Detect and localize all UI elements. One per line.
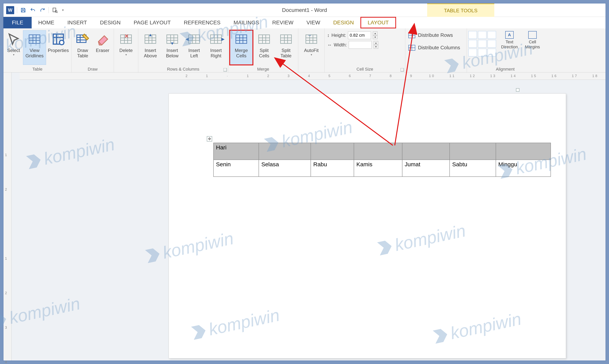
tab-references[interactable]: REFERENCES — [177, 17, 227, 28]
table-cell[interactable]: Jumat — [402, 160, 450, 177]
qat-customize-icon[interactable]: ▾ — [61, 7, 65, 14]
table-cell[interactable]: Hari — [213, 143, 259, 160]
delete-button[interactable]: ✕ Delete▾ — [116, 30, 137, 65]
align-middle-center[interactable] — [478, 40, 486, 48]
document-page[interactable]: ✥ Hari SeninSelasaRabuKamisJumatSabtuMin… — [169, 94, 566, 358]
tab-table-layout[interactable]: LAYOUT — [360, 17, 396, 28]
text-direction-button[interactable]: AText Direction — [500, 31, 519, 50]
height-spin-down[interactable]: ▼ — [373, 35, 377, 39]
tab-review[interactable]: REVIEW — [266, 17, 300, 28]
properties-button[interactable]: Properties — [47, 30, 70, 65]
align-top-center[interactable] — [478, 31, 486, 39]
document-table[interactable]: Hari SeninSelasaRabuKamisJumatSabtuMingg… — [213, 143, 551, 177]
split-table-icon — [279, 32, 293, 46]
group-caption-rows-cols: Rows & Columns — [138, 66, 228, 72]
horizontal-ruler[interactable]: 21·123456789101112131415161718 — [20, 73, 606, 80]
dialog-launcher-icon[interactable] — [223, 68, 227, 72]
cell-margins-button[interactable]: Cell Margins — [523, 31, 542, 50]
table-cell[interactable]: Selasa — [259, 160, 311, 177]
autofit-button[interactable]: ↔ AutoFit▾ — [300, 30, 323, 65]
eraser-button[interactable]: Eraser — [93, 30, 112, 65]
table-cell[interactable] — [311, 143, 354, 160]
width-spin-up[interactable]: ▲ — [374, 41, 378, 45]
redo-icon[interactable] — [39, 7, 46, 14]
title-bar: W ▾ Document1 - Word TABLE TOOLS — [3, 3, 606, 17]
align-bottom-left[interactable] — [468, 49, 477, 56]
view-gridlines-button[interactable]: View Gridlines — [23, 30, 46, 65]
align-top-left[interactable] — [468, 31, 477, 39]
draw-table-button[interactable]: Draw Table — [73, 30, 92, 65]
split-cells-icon — [258, 32, 271, 46]
height-spin-up[interactable]: ▲ — [373, 31, 377, 35]
tab-file[interactable]: FILE — [3, 17, 32, 28]
group-alignment: AText Direction Cell Margins Alignment — [467, 28, 544, 72]
qat-separator-2 — [49, 7, 49, 13]
table-cell[interactable]: Sabtu — [450, 160, 496, 177]
insert-above-button[interactable]: ▲ Insert Above — [140, 30, 161, 65]
group-cell-size: ↕ Height: ▲▼ ↔ Width: ▲▼ Cell Size — [324, 28, 405, 72]
select-button[interactable]: Select▾ — [5, 30, 22, 65]
align-middle-right[interactable] — [488, 40, 496, 48]
tab-view[interactable]: VIEW — [300, 17, 327, 28]
save-icon[interactable] — [20, 7, 27, 14]
width-label: Width: — [334, 42, 347, 48]
height-input[interactable] — [348, 31, 371, 39]
table-cell[interactable] — [402, 143, 450, 160]
split-table-button[interactable]: Split Table — [275, 30, 297, 65]
insert-left-icon: ◀ — [187, 32, 201, 46]
table-cell[interactable]: Minggu — [496, 160, 551, 177]
eraser-icon — [96, 32, 109, 46]
group-delete: ✕ Delete▾ — [114, 28, 138, 72]
table-row[interactable]: Hari — [213, 143, 551, 160]
tab-page-layout[interactable]: PAGE LAYOUT — [127, 17, 177, 28]
distribute-rows-icon — [408, 32, 415, 38]
tab-home[interactable]: HOME — [32, 17, 61, 28]
delete-icon: ✕ — [119, 32, 133, 46]
split-cells-button[interactable]: Split Cells — [254, 30, 275, 65]
width-input[interactable] — [349, 41, 372, 49]
table-cell[interactable] — [496, 143, 551, 160]
tab-table-design[interactable]: DESIGN — [327, 17, 360, 28]
distribute-rows-button[interactable]: Distribute Rows — [408, 32, 453, 38]
dialog-launcher-icon[interactable] — [401, 68, 404, 72]
window-title: Document1 - Word — [3, 7, 606, 13]
table-cell[interactable] — [259, 143, 311, 160]
align-middle-left[interactable] — [468, 40, 477, 48]
group-table: Select▾ View Gridlines Properties Table — [3, 28, 72, 72]
table-tools-contextual-header: TABLE TOOLS — [427, 3, 494, 17]
table-cell[interactable]: Kamis — [354, 160, 402, 177]
group-caption-merge: Merge — [228, 66, 298, 72]
distribute-columns-button[interactable]: Distribute Columns — [408, 45, 460, 51]
table-cell[interactable] — [354, 143, 402, 160]
cell-margins-icon — [528, 31, 537, 39]
merge-cells-icon — [234, 32, 248, 46]
insert-below-button[interactable]: ▼ Insert Below — [162, 30, 183, 65]
group-autofit: ↔ AutoFit▾ — [298, 28, 324, 72]
table-cell[interactable]: Rabu — [311, 160, 354, 177]
group-rows-columns: ▲ Insert Above ▼ Insert Below ◀ Insert L… — [138, 28, 228, 72]
group-merge: Merge Cells Split Cells Split Table Merg… — [228, 28, 298, 72]
print-preview-icon[interactable] — [52, 7, 58, 14]
group-caption-table: Table — [3, 66, 71, 72]
tab-mailings[interactable]: MAILINGS — [227, 17, 266, 28]
width-spin-down[interactable]: ▼ — [374, 45, 378, 49]
align-top-right[interactable] — [488, 31, 496, 39]
table-row[interactable]: SeninSelasaRabuKamisJumatSabtuMinggu — [213, 160, 551, 177]
table-cell[interactable]: Senin — [213, 160, 259, 177]
tab-insert[interactable]: INSERT — [61, 17, 93, 28]
height-icon: ↕ — [327, 33, 330, 38]
table-move-handle-icon[interactable]: ✥ — [207, 136, 212, 142]
merge-cells-button[interactable]: Merge Cells — [230, 30, 253, 65]
undo-icon[interactable] — [29, 7, 36, 14]
insert-left-button[interactable]: ◀ Insert Left — [183, 30, 205, 65]
group-caption-alignment: Alignment — [467, 66, 544, 72]
align-bottom-center[interactable] — [478, 49, 486, 56]
table-resize-handle-icon[interactable] — [516, 88, 519, 92]
align-bottom-right[interactable] — [488, 49, 496, 56]
group-caption-draw: Draw — [72, 66, 114, 72]
ribbon-tabs: FILE HOME INSERT DESIGN PAGE LAYOUT REFE… — [3, 17, 606, 28]
table-cell[interactable] — [450, 143, 496, 160]
vertical-ruler[interactable]: 1212345678 — [3, 73, 12, 361]
insert-right-button[interactable]: ▶ Insert Right — [206, 30, 227, 65]
tab-design[interactable]: DESIGN — [93, 17, 127, 28]
